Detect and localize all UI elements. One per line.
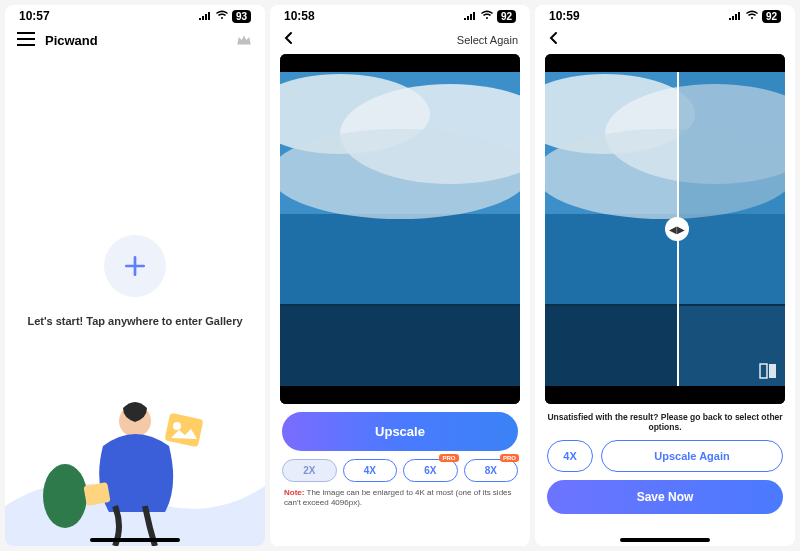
svg-point-3 — [173, 422, 181, 430]
result-message: Unsatisfied with the result? Please go b… — [535, 404, 795, 436]
letterbox — [280, 386, 520, 404]
svg-rect-18 — [677, 54, 785, 404]
status-bar: 10:58 92 — [270, 5, 530, 25]
app-header: Select Again — [270, 25, 530, 54]
status-time: 10:58 — [284, 9, 315, 23]
letterbox — [280, 54, 520, 72]
letterbox — [545, 386, 785, 404]
letterbox — [545, 54, 785, 72]
scale-2x[interactable]: 2X — [282, 459, 337, 482]
pro-badge: PRO — [439, 454, 458, 462]
back-icon[interactable] — [282, 31, 296, 48]
svg-rect-4 — [83, 482, 110, 506]
scale-options: 2X 4X 6XPRO 8XPRO — [270, 451, 530, 482]
note-text: Note: The image can be enlarged to 4K at… — [270, 482, 530, 509]
svg-rect-11 — [280, 304, 520, 306]
battery-badge: 92 — [762, 10, 781, 23]
add-button[interactable] — [104, 235, 166, 297]
home-indicator — [90, 538, 180, 542]
scale-8x[interactable]: 8XPRO — [464, 459, 519, 482]
svg-rect-19 — [545, 304, 785, 306]
back-icon[interactable] — [547, 31, 561, 48]
screen-home: 10:57 93 Picwand Let's start! Tap an — [5, 5, 265, 546]
wifi-icon — [480, 9, 494, 23]
result-content: ◀▶ Unsatisfied with the result? Please g… — [535, 54, 795, 546]
scale-4x-chip[interactable]: 4X — [547, 440, 593, 472]
svg-rect-21 — [769, 364, 776, 378]
scale-4x[interactable]: 4X — [343, 459, 398, 482]
upscale-button[interactable]: Upscale — [282, 412, 518, 451]
home-indicator — [620, 538, 710, 542]
status-time: 10:59 — [549, 9, 580, 23]
wifi-icon — [745, 9, 759, 23]
signal-icon — [728, 9, 742, 23]
svg-point-10 — [280, 129, 520, 219]
status-bar: 10:59 92 — [535, 5, 795, 25]
status-right: 92 — [728, 9, 781, 23]
status-right: 92 — [463, 9, 516, 23]
signal-icon — [463, 9, 477, 23]
app-header — [535, 25, 795, 54]
svg-rect-2 — [164, 413, 203, 447]
svg-point-0 — [43, 464, 87, 528]
scale-6x[interactable]: 6XPRO — [403, 459, 458, 482]
upscale-content: Upscale 2X 4X 6XPRO 8XPRO Note: The imag… — [270, 54, 530, 546]
image-preview[interactable] — [280, 54, 520, 404]
home-illustration — [5, 366, 265, 546]
screen-upscale: 10:58 92 Select Again Upscale — [270, 5, 530, 546]
compare-toggle-icon[interactable] — [759, 362, 777, 380]
battery-badge: 92 — [497, 10, 516, 23]
pro-badge: PRO — [500, 454, 519, 462]
upscale-again-button[interactable]: Upscale Again — [601, 440, 783, 472]
home-content[interactable]: Let's start! Tap anywhere to enter Galle… — [5, 55, 265, 546]
select-again-link[interactable]: Select Again — [457, 34, 518, 46]
compare-handle-icon[interactable]: ◀▶ — [665, 217, 689, 241]
svg-rect-20 — [760, 364, 767, 378]
prompt-text: Let's start! Tap anywhere to enter Galle… — [7, 315, 262, 327]
compare-preview[interactable]: ◀▶ — [545, 54, 785, 404]
save-now-button[interactable]: Save Now — [547, 480, 783, 514]
screen-result: 10:59 92 ◀▶ — [535, 5, 795, 546]
